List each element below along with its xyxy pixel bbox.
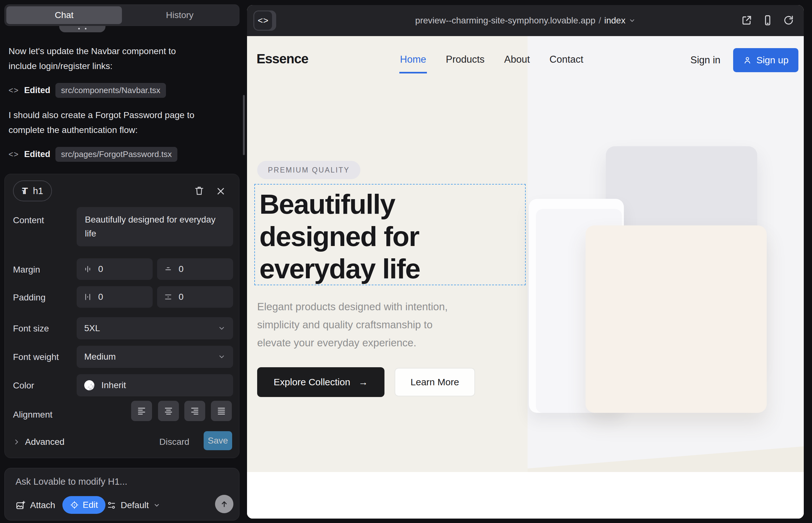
chat-composer: Ask Lovable to modify H1... Attach Edit …: [4, 468, 240, 521]
margin-x-input[interactable]: 0: [77, 258, 153, 280]
chip-dots-icon: [78, 28, 86, 30]
nav-link-about[interactable]: About: [504, 54, 530, 65]
code-icon: <>: [8, 86, 19, 95]
tab-history[interactable]: History: [122, 6, 237, 24]
url-bar[interactable]: preview--charming-site-symphony.lovable.…: [415, 16, 636, 26]
sign-in-link[interactable]: Sign in: [690, 54, 721, 66]
content-input[interactable]: Beautifully designed for everyday life: [77, 207, 233, 246]
url-separator: /: [599, 16, 601, 26]
hero-heading[interactable]: Beautifully designed for everyday life: [259, 188, 420, 285]
attach-button[interactable]: Attach: [16, 497, 55, 513]
edit-mode-button[interactable]: Edit: [63, 496, 105, 514]
margin-label: Margin: [13, 265, 40, 275]
user-icon: [743, 56, 752, 65]
edited-file-row: <> Edited src/pages/ForgotPassword.tsx: [8, 146, 177, 162]
premium-quality-badge: PREMIUM QUALITY: [257, 161, 360, 179]
decorative-card-beige: [586, 226, 767, 413]
align-left-button[interactable]: [131, 401, 152, 421]
edited-label: Edited: [24, 149, 50, 159]
chevron-down-icon: [153, 502, 160, 509]
margin-y-input[interactable]: 0: [157, 258, 233, 280]
align-center-icon: [164, 406, 173, 416]
hero-description: Elegant products designed with intention…: [257, 297, 448, 352]
margin-horizontal-icon: [84, 265, 92, 273]
chat-message: I should also create a Forgot Password p…: [8, 108, 224, 138]
element-tag-label: h1: [33, 186, 43, 196]
code-view-toggle[interactable]: <>: [253, 11, 276, 31]
align-center-button[interactable]: [158, 401, 179, 421]
arrow-up-icon: [220, 500, 229, 508]
selected-element-pill[interactable]: тT h1: [13, 180, 52, 201]
save-button[interactable]: Save: [204, 431, 232, 450]
nav-link-contact[interactable]: Contact: [549, 54, 583, 65]
align-right-button[interactable]: [184, 401, 205, 421]
trash-icon: [194, 185, 205, 196]
next-section-band: [247, 472, 804, 519]
delete-element-button[interactable]: [192, 184, 206, 198]
model-default-select[interactable]: Default: [107, 497, 160, 513]
tab-chat[interactable]: Chat: [6, 6, 122, 24]
font-weight-select[interactable]: Medium: [77, 346, 233, 368]
code-icon: <>: [258, 16, 269, 26]
send-button[interactable]: [215, 495, 233, 513]
chevron-down-icon: [629, 17, 636, 24]
padding-label: Padding: [13, 292, 46, 303]
align-right-icon: [190, 406, 199, 416]
target-icon: [70, 501, 79, 509]
open-external-icon[interactable]: [741, 15, 753, 26]
type-icon: тT: [22, 185, 28, 196]
content-label: Content: [13, 215, 44, 226]
site-nav: Home Products About Contact: [400, 54, 583, 65]
url-host: preview--charming-site-symphony.lovable.…: [415, 16, 595, 26]
color-label: Color: [13, 381, 34, 391]
align-justify-icon: [217, 406, 226, 416]
code-icon: <>: [8, 150, 19, 159]
discard-button[interactable]: Discard: [159, 437, 189, 447]
nav-link-home[interactable]: Home: [400, 54, 426, 65]
site-logo[interactable]: Essence: [257, 51, 308, 67]
chevron-down-icon: [218, 353, 226, 361]
chat-message: Now let's update the Navbar component to…: [8, 44, 224, 73]
edited-file-row: <> Edited src/components/Navbar.tsx: [8, 82, 166, 98]
color-select[interactable]: Inherit: [77, 374, 233, 396]
chevron-down-icon: [218, 325, 226, 332]
padding-horizontal-icon: [84, 293, 92, 301]
browser-actions: [741, 15, 794, 26]
nav-link-products[interactable]: Products: [446, 54, 484, 65]
learn-more-button[interactable]: Learn More: [394, 368, 475, 396]
sign-up-button[interactable]: Sign up: [733, 48, 798, 72]
edited-label: Edited: [24, 86, 50, 95]
url-page: index: [604, 16, 625, 26]
chevron-right-icon: [13, 438, 20, 446]
chat-history-tabs: Chat History: [4, 4, 240, 26]
padding-vertical-icon: [164, 293, 172, 301]
file-chip[interactable]: src/components/Navbar.tsx: [55, 83, 166, 98]
padding-x-input[interactable]: 0: [77, 286, 153, 308]
color-swatch: [84, 380, 94, 390]
close-editor-button[interactable]: [214, 185, 227, 198]
alignment-label: Alignment: [13, 410, 53, 420]
attach-image-icon: [16, 500, 26, 510]
explore-collection-button[interactable]: Explore Collection →: [257, 367, 385, 397]
align-left-icon: [137, 406, 146, 416]
font-size-label: Font size: [13, 324, 49, 334]
advanced-toggle[interactable]: Advanced: [13, 437, 65, 447]
arrow-right-icon: →: [358, 377, 368, 387]
file-chip[interactable]: src/pages/ForgotPassword.tsx: [55, 147, 178, 162]
chat-scrollbar[interactable]: [243, 95, 245, 155]
font-weight-label: Font weight: [13, 352, 59, 362]
font-size-select[interactable]: 5XL: [77, 317, 233, 339]
active-underline: [399, 72, 427, 73]
sliders-icon: [107, 501, 116, 510]
padding-y-input[interactable]: 0: [157, 286, 233, 308]
mobile-view-icon[interactable]: [762, 15, 773, 26]
app-root: Chat History Now let's update the Navbar…: [0, 0, 812, 523]
element-editor-panel: тT h1 Content Beautifully designed for e…: [4, 174, 240, 458]
site-preview: Essence Home Products About Contact Sign…: [247, 36, 804, 519]
refresh-icon[interactable]: [783, 15, 794, 26]
browser-topbar: <> preview--charming-site-symphony.lovab…: [247, 5, 804, 36]
preview-browser-window: <> preview--charming-site-symphony.lovab…: [247, 5, 804, 519]
composer-input[interactable]: Ask Lovable to modify H1...: [16, 476, 127, 487]
align-justify-button[interactable]: [211, 401, 232, 421]
margin-vertical-icon: [164, 265, 172, 273]
